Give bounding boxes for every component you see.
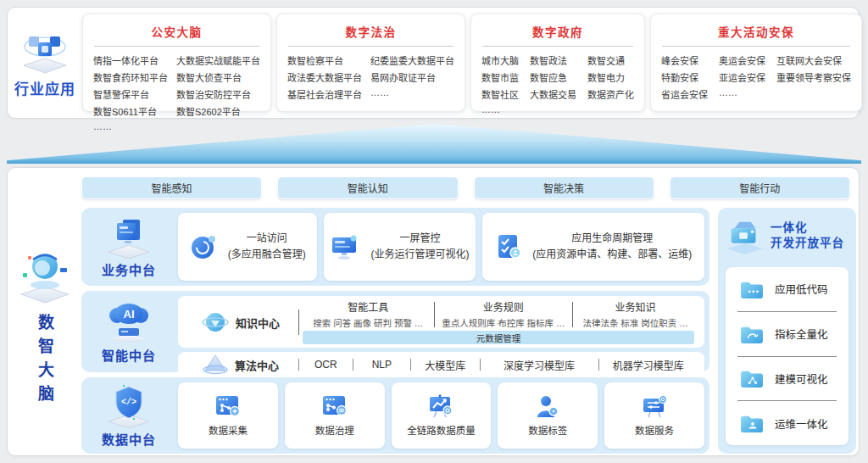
knowledge-center-body: 智能工具 搜索 问答 画像 研判 预警 … 业务规则 重点人规则库 布控库 指标… bbox=[299, 299, 698, 345]
dev-platform-title-line1: 一体化 bbox=[771, 220, 844, 236]
group-items: 重点人规则库 布控库 指标库 … bbox=[435, 316, 572, 329]
platform-item: 互联网大会安保 bbox=[776, 53, 851, 67]
platform-item: 易网办取证平台 bbox=[370, 70, 454, 84]
card-title: 数字法治 bbox=[287, 23, 454, 40]
data-platform-label-block: </> 数据中台 bbox=[86, 382, 171, 449]
algorithm-item-llm-library: 大模型库 bbox=[411, 358, 480, 372]
dev-platform-title: 一体化 开发开放平台 bbox=[771, 220, 844, 251]
data-platform-shield-icon: </> bbox=[107, 384, 151, 428]
digital-brain-section: 智能感知 智能认知 智能决策 智能行动 数智大脑 bbox=[7, 167, 860, 456]
dev-platform-toolbox-icon bbox=[725, 216, 765, 255]
card-divider bbox=[662, 46, 850, 47]
one-screen-control-icon bbox=[330, 233, 360, 260]
digital-brain-title: 数智大脑 bbox=[33, 314, 56, 409]
card-item-grid: 城市大脑 数智政法 数智交通 数智市监 数智应急 数智电力 数智社区 大数据交易… bbox=[481, 53, 634, 114]
ai-platform-row: AI 智能中台 知识中心 智能工具 bbox=[81, 291, 709, 372]
platform-item-label: 应用低代码 bbox=[775, 281, 828, 297]
card-subtitle: (多应用融合管理) bbox=[228, 247, 306, 263]
platform-item-low-code: 应用低代码 bbox=[726, 267, 849, 311]
platform-item: …… bbox=[719, 87, 765, 101]
card-title: 应用生命周期管理 bbox=[532, 231, 692, 247]
data-governance-icon bbox=[321, 394, 348, 418]
svg-text:</>: </> bbox=[121, 398, 136, 407]
platform-item: 数据资产化 bbox=[587, 87, 634, 101]
card-text: 一屏管控 (业务运行管理可视化) bbox=[370, 231, 469, 262]
card-title: 数字政府 bbox=[481, 23, 634, 40]
card-title: 重大活动安保 bbox=[661, 23, 851, 40]
card-app-lifecycle-management: 应用生命周期管理 (应用资源申请、构建、部署、运维) bbox=[482, 213, 704, 281]
card-divider bbox=[482, 46, 633, 47]
card-one-screen-control: 一屏管控 (业务运行管理可视化) bbox=[324, 213, 476, 281]
card-full-chain-data-quality: 全链路数据质量 bbox=[392, 382, 492, 449]
card-label: 数据标签 bbox=[528, 423, 567, 437]
platform-item: 数智交通 bbox=[587, 53, 634, 67]
low-code-folder-icon bbox=[739, 279, 765, 299]
app-card-public-security-brain: 公安大脑 情指一体化平台 大数据实战赋能平台 数智食药环知平台 数智大侦查平台 … bbox=[82, 14, 271, 112]
card-item-grid: 数智检察平台 纪委监委大数据平台 政法委大数据平台 易网办取证平台 基层社会治理… bbox=[287, 53, 454, 101]
algorithm-center-pyramid-icon bbox=[203, 354, 228, 376]
pill-intelligent-perception: 智能感知 bbox=[81, 176, 262, 199]
industry-applications-title: 行业应用 bbox=[14, 77, 75, 98]
platform-item: 特勤安保 bbox=[661, 70, 708, 84]
one-stop-access-icon bbox=[189, 233, 218, 260]
card-title: 一站访问 bbox=[228, 231, 306, 247]
svg-text:AI: AI bbox=[124, 308, 135, 321]
app-card-major-event-security: 重大活动安保 峰会安保 奥运会安保 互联网大会安保 特勤安保 亚运会安保 重要领… bbox=[650, 14, 862, 112]
algorithm-item-deep-learning: 深度学习模型库 bbox=[481, 358, 598, 372]
metadata-management-bar: 元数据管理 bbox=[303, 331, 694, 344]
platform-item: 情指一体化平台 bbox=[93, 53, 168, 67]
platform-item-label: 指标全量化 bbox=[775, 326, 828, 342]
algorithm-item-nlp: NLP bbox=[353, 359, 410, 371]
ai-platform-title: 智能中台 bbox=[102, 346, 156, 364]
card-subtitle: (应用资源申请、构建、部署、运维) bbox=[532, 247, 692, 263]
data-platform-title: 数据中台 bbox=[102, 430, 156, 448]
card-label: 全链路数据质量 bbox=[407, 423, 476, 437]
knowledge-center-sphere-icon bbox=[202, 310, 229, 335]
card-label: 数据服务 bbox=[635, 423, 674, 437]
platform-item-visual-modeling: 建模可视化 bbox=[726, 357, 849, 401]
group-title: 智能工具 bbox=[303, 299, 434, 314]
platform-item: 政法委大数据平台 bbox=[287, 70, 362, 84]
platform-item: 数智政法 bbox=[530, 53, 576, 67]
algorithm-center-card: 算法中心 OCR NLP 大模型库 深度学习模型库 机器学习模型库 bbox=[178, 352, 704, 377]
app-card-digital-rule-of-law: 数字法治 数智检察平台 纪委监委大数据平台 政法委大数据平台 易网办取证平台 基… bbox=[276, 14, 465, 112]
ai-platform-label-block: AI 智能中台 bbox=[86, 296, 171, 367]
card-data-governance: 数据治理 bbox=[285, 382, 385, 449]
platform-item: 大数据实战赋能平台 bbox=[176, 53, 260, 67]
platform-item: 数智S0611平台 bbox=[93, 104, 168, 118]
platform-item: 峰会安保 bbox=[661, 53, 708, 67]
algorithm-center-title: 算法中心 bbox=[235, 357, 279, 373]
platform-item: 数智食药环知平台 bbox=[93, 70, 168, 84]
group-items: 法律法条 标准 岗位职责 … bbox=[573, 316, 698, 329]
platform-item: 亚运会安保 bbox=[719, 70, 765, 84]
industry-app-cards: 公安大脑 情指一体化平台 大数据实战赋能平台 数智食药环知平台 数智大侦查平台 … bbox=[82, 8, 867, 118]
group-items: 搜索 问答 画像 研判 预警 … bbox=[303, 316, 434, 329]
business-platform-title: 业务中台 bbox=[102, 260, 156, 278]
platform-item-label: 运维一体化 bbox=[775, 416, 828, 432]
dev-platform-card: 应用低代码 指标全量化 建模可视化 bbox=[726, 267, 849, 445]
industry-applications-section: 行业应用 公安大脑 情指一体化平台 大数据实战赋能平台 数智食药环知平台 数智大… bbox=[7, 7, 860, 119]
knowledge-center-title: 知识中心 bbox=[236, 315, 280, 331]
card-data-services: 数据服务 bbox=[604, 382, 704, 449]
group-business-rules: 业务规则 重点人规则库 布控库 指标库 … bbox=[435, 299, 572, 329]
algorithm-center-label-block: 算法中心 bbox=[183, 354, 298, 376]
card-data-labeling: 数据标签 bbox=[498, 382, 598, 449]
pill-intelligent-action: 智能行动 bbox=[670, 176, 850, 199]
platform-item: …… bbox=[370, 87, 454, 101]
algorithm-item-ocr: OCR bbox=[299, 359, 353, 371]
ops-folder-icon bbox=[739, 413, 765, 433]
ai-platform-content: 知识中心 智能工具 搜索 问答 画像 研判 预警 … 业务规则 重点人规则库 布… bbox=[178, 296, 704, 367]
digital-brain-head-icon bbox=[18, 248, 72, 304]
platform-item: 奥运会安保 bbox=[719, 53, 765, 67]
business-platform-monitor-icon bbox=[107, 216, 151, 259]
card-subtitle: (业务运行管理可视化) bbox=[370, 247, 469, 263]
business-platform-row: 业务中台 一站访问 (多应用融合管理) 一屏管控 bbox=[81, 208, 709, 286]
platform-item: …… bbox=[93, 121, 168, 131]
digital-brain-label-block: 数智大脑 bbox=[8, 248, 81, 409]
platform-item: …… bbox=[481, 104, 519, 114]
card-label: 数据采集 bbox=[209, 423, 248, 437]
platform-item-integrated-ops: 运维一体化 bbox=[726, 401, 849, 445]
platform-item: 重要领导考察安保 bbox=[776, 70, 851, 84]
card-data-collection: 数据采集 bbox=[178, 382, 278, 449]
capability-pills: 智能感知 智能认知 智能决策 智能行动 bbox=[81, 176, 850, 199]
